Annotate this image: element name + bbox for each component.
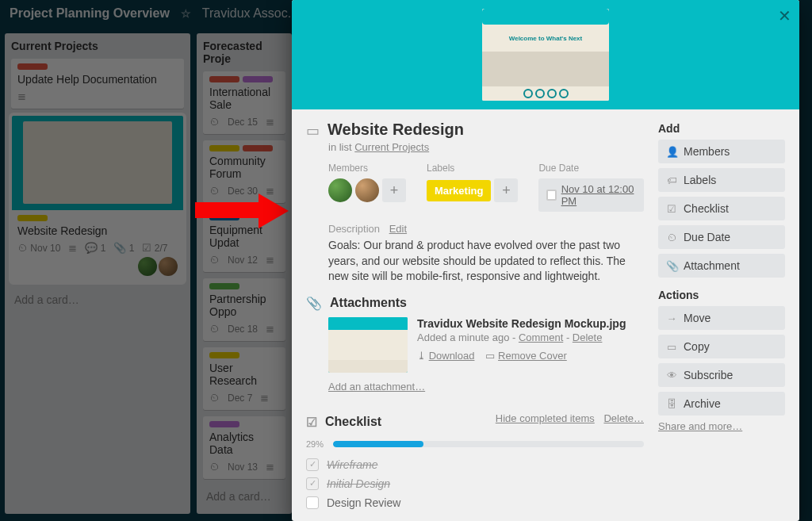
side-button-label: Subscribe	[684, 369, 733, 381]
in-list-link[interactable]: Current Projects	[354, 141, 429, 153]
close-icon[interactable]: ✕	[778, 6, 791, 25]
due-date-value[interactable]: Nov 10 at 12:00 PM	[538, 178, 644, 212]
add-header: Add	[658, 122, 785, 135]
checklist-icon: ☑	[306, 415, 317, 430]
member-avatar[interactable]	[355, 178, 379, 202]
add-label-button[interactable]: +	[494, 178, 518, 202]
annotation-arrow	[195, 198, 290, 222]
checkbox-checked-icon[interactable]	[306, 458, 319, 471]
side-button-label: Copy	[684, 340, 710, 353]
checklist-item[interactable]: Wireframe	[306, 455, 644, 474]
side-checklist-button[interactable]: ☑Checklist	[658, 197, 785, 220]
checklist-item[interactable]: Initial Design	[306, 474, 644, 493]
side-copy-button[interactable]: ▭Copy	[658, 335, 785, 358]
checklist-item-text: Wireframe	[327, 458, 377, 471]
add-attachment-link[interactable]: Add an attachment…	[328, 381, 425, 393]
side-attachment-button[interactable]: 📎Attachment	[658, 254, 785, 278]
side-labels-button[interactable]: 🏷Labels	[658, 168, 785, 192]
members-icon: 👤	[666, 146, 677, 158]
attachments-header: Attachments	[330, 296, 407, 310]
card-icon: ▭	[306, 122, 320, 140]
due-date-text: Nov 10 at 12:00 PM	[561, 183, 636, 207]
move-icon: →	[666, 312, 677, 324]
attachment-icon: 📎	[666, 260, 677, 272]
download-link[interactable]: Download	[429, 350, 475, 362]
progress-bar	[333, 441, 644, 447]
attachment-name[interactable]: Travidux Website Redesign Mockup.jpg	[417, 317, 626, 330]
edit-description-link[interactable]: Edit	[389, 223, 407, 235]
side-move-button[interactable]: →Move	[658, 306, 785, 330]
side-subscribe-button[interactable]: 👁Subscribe	[658, 363, 785, 387]
description-label: Description	[328, 223, 380, 235]
archive-icon: 🗄	[666, 398, 677, 410]
share-more-link[interactable]: Share and more…	[658, 420, 742, 432]
attachment-comment-link[interactable]: Comment	[519, 331, 563, 343]
card-modal: ✕ Welcome to What's Next ▭ Website Redes…	[292, 0, 799, 521]
progress-percent: 29%	[306, 439, 327, 449]
cover-tagline: Welcome to What's Next	[482, 25, 609, 52]
clock-icon: ⏲	[666, 232, 677, 243]
side-button-label: Archive	[684, 397, 721, 410]
attachment-thumbnail[interactable]	[328, 317, 408, 373]
checkbox-unchecked-icon[interactable]	[306, 496, 319, 509]
in-list-prefix: in list	[328, 141, 354, 153]
side-button-label: Move	[684, 312, 710, 324]
side-button-label: Due Date	[684, 231, 730, 243]
labels-icon: 🏷	[666, 174, 677, 186]
actions-header: Actions	[658, 289, 785, 301]
due-date-label: Due Date	[538, 163, 644, 174]
checklist-item[interactable]: Design Review	[306, 493, 644, 512]
add-member-button[interactable]: +	[382, 178, 406, 202]
attachment-meta: Added a minute ago -	[417, 331, 519, 343]
checklist-item-text: Initial Design	[327, 477, 390, 490]
hide-completed-link[interactable]: Hide completed items	[496, 412, 595, 424]
labels-label: Labels	[427, 163, 518, 174]
card-cover-large[interactable]: ✕ Welcome to What's Next	[292, 0, 799, 109]
checkbox-checked-icon[interactable]	[306, 477, 319, 490]
description-text[interactable]: Goals: Our brand & product have evolved …	[328, 238, 644, 285]
attachment-delete-link[interactable]: Delete	[573, 331, 603, 343]
subscribe-icon: 👁	[666, 370, 677, 381]
label-marketing[interactable]: Marketing	[427, 180, 491, 201]
side-button-label: Attachment	[684, 259, 740, 272]
side-button-label: Members	[684, 145, 730, 158]
due-checkbox[interactable]	[546, 190, 556, 201]
modal-title[interactable]: Website Redesign	[327, 121, 464, 139]
side-button-label: Labels	[684, 174, 716, 186]
checklist-item-text: Design Review	[327, 496, 400, 509]
cover-icon: ▭	[485, 350, 495, 362]
checklist-header: Checklist	[325, 415, 381, 429]
side-duedate-button[interactable]: ⏲Due Date	[658, 225, 785, 249]
sep: -	[563, 331, 573, 343]
side-archive-button[interactable]: 🗄Archive	[658, 392, 785, 416]
member-avatar[interactable]	[328, 178, 352, 202]
side-members-button[interactable]: 👤Members	[658, 140, 785, 163]
delete-checklist-link[interactable]: Delete…	[603, 412, 644, 424]
members-label: Members	[328, 163, 406, 174]
checklist-icon: ☑	[666, 203, 677, 215]
side-button-label: Checklist	[684, 202, 729, 215]
attachment-icon: 📎	[306, 296, 322, 311]
download-icon: ⤓	[417, 350, 426, 362]
copy-icon: ▭	[666, 341, 677, 353]
remove-cover-link[interactable]: Remove Cover	[498, 350, 567, 362]
